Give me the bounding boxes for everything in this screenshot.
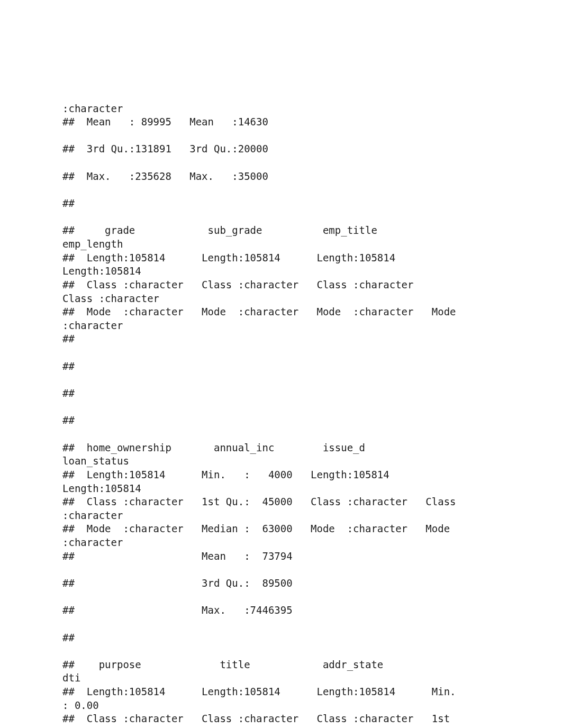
output-line (62, 644, 562, 658)
output-line: ## 3rd Qu.:131891 3rd Qu.:20000 (62, 142, 562, 156)
output-line (62, 129, 562, 143)
output-line: ## Max. :235628 Max. :35000 (62, 170, 562, 184)
output-line (62, 563, 562, 577)
output-line: Length:105814 (62, 265, 562, 278)
r-summary-output: :character ## Mean : 89995 Mean :14630 #… (62, 102, 562, 728)
output-line: ## (62, 387, 562, 401)
output-line: ## 3rd Qu.: 89500 (62, 577, 562, 590)
output-line (62, 211, 562, 224)
output-line: :character (62, 319, 562, 333)
output-line: ## (62, 197, 562, 211)
output-line: emp_length (62, 238, 562, 251)
output-line: Length:105814 (62, 482, 562, 496)
output-line: ## Class :character Class :character Cla… (62, 712, 562, 726)
output-line: ## home_ownership annual_inc issue_d (62, 441, 562, 455)
output-line (62, 617, 562, 631)
output-line: ## grade sub_grade emp_title (62, 224, 562, 238)
output-line (62, 427, 562, 441)
output-line: ## Max. :7446395 (62, 604, 562, 617)
output-line: ## (62, 631, 562, 645)
output-line: ## Length:105814 Length:105814 Length:10… (62, 685, 562, 699)
output-line: ## Length:105814 Length:105814 Length:10… (62, 251, 562, 265)
output-line: ## Mode :character Mode :character Mode … (62, 305, 562, 319)
output-line: ## Mean : 89995 Mean :14630 (62, 115, 562, 129)
output-line: ## Class :character Class :character Cla… (62, 278, 562, 292)
output-line: loan_status (62, 454, 562, 468)
output-line: ## Class :character 1st Qu.: 45000 Class… (62, 495, 562, 509)
output-line: ## Mean : 73794 (62, 550, 562, 563)
output-line: :character (62, 102, 562, 116)
output-line: ## (62, 414, 562, 427)
output-line: Class :character (62, 292, 562, 306)
output-line (62, 156, 562, 170)
output-line (62, 590, 562, 604)
output-line (62, 346, 562, 360)
output-line (62, 373, 562, 387)
output-line: ## (62, 332, 562, 346)
output-line: :character (62, 509, 562, 523)
output-line: :character (62, 536, 562, 550)
output-line: ## Length:105814 Min. : 4000 Length:1058… (62, 468, 562, 482)
output-line: ## Mode :character Median : 63000 Mode :… (62, 522, 562, 536)
output-line (62, 401, 562, 414)
output-line: Qu.:11.71 (62, 726, 562, 728)
output-line: dti (62, 671, 562, 685)
output-line: ## purpose title addr_state (62, 658, 562, 672)
output-line (62, 183, 562, 197)
output-line: ## (62, 360, 562, 374)
output-line: : 0.00 (62, 699, 562, 713)
